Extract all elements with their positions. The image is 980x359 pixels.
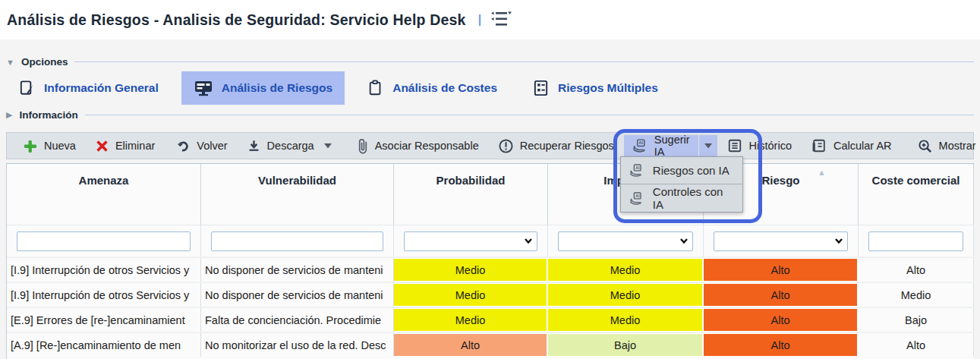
svg-text:AI: AI xyxy=(635,193,640,197)
cell-probabilidad[interactable]: Medio xyxy=(394,308,548,332)
grid-icon xyxy=(532,79,550,97)
tab-label: Riesgos Múltiples xyxy=(558,81,658,95)
nueva-button[interactable]: Nueva xyxy=(13,133,86,159)
menu-item-riesgos-con-ia[interactable]: AI Riesgos con IA xyxy=(621,157,742,184)
sugerir-ia-button[interactable]: AI Sugerir IA xyxy=(624,135,698,157)
undo-icon xyxy=(175,139,190,153)
tab-label: Análisis de Costes xyxy=(392,81,497,95)
ai-icon: AI xyxy=(629,163,644,178)
filter-riesgo-select[interactable] xyxy=(714,231,848,251)
cell-amenaza[interactable]: [E.9] Errores de [re-]encaminamient xyxy=(7,308,201,332)
filter-vulnerabilidad-input[interactable] xyxy=(211,231,383,251)
table-row[interactable]: [I.9] Interrupción de otros Servicios y … xyxy=(7,282,974,307)
page-title: Análisis de Riesgos - Analisis de Seguri… xyxy=(7,11,466,29)
cell-vulnerabilidad[interactable]: No monitorizar el uso de la red. Desc xyxy=(201,333,394,357)
column-header-amenaza[interactable]: Amenaza xyxy=(7,164,201,225)
cell-riesgo[interactable]: Alto xyxy=(704,258,859,282)
tab-analisis-de-costes[interactable]: Análisis de Costes xyxy=(355,71,509,105)
section-divider xyxy=(74,61,974,62)
table-header-row: Amenaza Vulnerabilidad Probabilidad Impa… xyxy=(7,164,974,225)
recuperar-riesgos-button[interactable]: Recuperar Riesgos xyxy=(489,133,624,159)
calculator-icon xyxy=(811,138,827,153)
risk-table: Amenaza Vulnerabilidad Probabilidad Impa… xyxy=(6,163,974,359)
title-separator: | xyxy=(478,13,481,27)
cell-vulnerabilidad[interactable]: Falta de concienciación. Procedimie xyxy=(201,308,394,332)
plus-icon xyxy=(23,139,37,153)
table-filter-row xyxy=(7,225,974,257)
tab-label: Información General xyxy=(44,81,159,95)
cell-amenaza[interactable]: [I.9] Interrupción de otros Servicios y xyxy=(7,258,201,282)
tab-label: Análisis de Riesgos xyxy=(222,81,332,95)
list-menu-icon[interactable] xyxy=(489,9,512,30)
column-header-probabilidad[interactable]: Probabilidad xyxy=(394,164,548,225)
clipboard-edit-icon xyxy=(18,79,36,97)
clipboard-icon xyxy=(367,79,384,97)
sort-ascending-icon: ▲ xyxy=(818,168,826,177)
cell-probabilidad[interactable]: Medio xyxy=(394,258,548,282)
cell-riesgo[interactable]: Alto xyxy=(704,333,859,357)
cell-vulnerabilidad[interactable]: No disponer de servicios de manteni xyxy=(201,258,394,282)
filter-probabilidad-select[interactable] xyxy=(404,231,537,251)
section-opciones-label: Opciones xyxy=(21,56,68,68)
sugerir-ia-menu: AI Riesgos con IA AI xyxy=(620,156,743,213)
filter-impacto-select[interactable] xyxy=(558,231,693,251)
column-header-vulnerabilidad[interactable]: Vulnerabilidad xyxy=(201,164,394,225)
eliminar-button[interactable]: Eliminar xyxy=(86,133,165,159)
cell-probabilidad[interactable]: Medio xyxy=(394,283,548,307)
cell-probabilidad[interactable]: Alto xyxy=(394,333,548,357)
section-informacion-label: Información xyxy=(19,109,77,121)
tab-riesgos-multiples[interactable]: Riesgos Múltiples xyxy=(520,71,670,105)
toolbar: Nueva Eliminar Volver Descarga xyxy=(6,132,974,159)
mostrar-button[interactable]: Mostrar xyxy=(908,133,980,159)
section-informacion[interactable]: ▶ Información xyxy=(6,109,974,121)
menu-item-controles-con-ia[interactable]: AI Controles con IA xyxy=(621,184,742,212)
exclamation-circle-icon xyxy=(499,139,513,153)
cell-vulnerabilidad[interactable]: No disponer de servicios de manteni xyxy=(201,283,394,307)
table-row[interactable]: [E.9] Errores de [re-]encaminamient Falt… xyxy=(7,307,974,332)
section-opciones[interactable]: ▼ Opciones xyxy=(6,56,974,68)
sugerir-ia-group: AI Sugerir IA AI xyxy=(624,133,717,159)
calcular-ar-button[interactable]: Calcular AR xyxy=(802,133,902,159)
descarga-button[interactable]: Descarga xyxy=(238,133,342,159)
tab-bar: Información General Análisis de Riesgos xyxy=(6,71,670,105)
collapse-down-icon: ▼ xyxy=(6,58,14,67)
section-divider xyxy=(85,115,974,115)
cell-coste-comercial[interactable]: Medio xyxy=(859,283,974,307)
volver-button[interactable]: Volver xyxy=(165,133,237,159)
tab-informacion-general[interactable]: Información General xyxy=(6,71,171,105)
zoom-in-icon xyxy=(918,139,932,153)
filter-amenaza-input[interactable] xyxy=(17,231,191,251)
cell-impacto[interactable]: Bajo xyxy=(548,333,704,357)
ai-icon: AI xyxy=(629,191,644,206)
historico-button[interactable]: Histórico xyxy=(717,133,802,159)
cell-impacto[interactable]: Medio xyxy=(548,258,704,282)
tab-analisis-de-riesgos[interactable]: Análisis de Riesgos xyxy=(181,71,345,105)
collapse-right-icon: ▶ xyxy=(6,110,12,120)
title-bar: Análisis de Riesgos - Analisis de Seguri… xyxy=(0,0,980,39)
monitor-icon xyxy=(194,79,213,97)
paperclip-icon xyxy=(358,138,368,154)
cell-amenaza[interactable]: [I.9] Interrupción de otros Servicios y xyxy=(7,283,201,307)
filter-coste-comercial-input[interactable] xyxy=(868,231,963,251)
cell-coste-comercial[interactable]: Alto xyxy=(859,333,974,357)
cell-impacto[interactable]: Medio xyxy=(548,308,704,332)
cell-amenaza[interactable]: [A.9] [Re-]encaminamiento de men xyxy=(7,333,201,357)
sugerir-ia-dropdown-toggle[interactable] xyxy=(699,135,717,157)
ai-icon: AI xyxy=(632,138,648,153)
table-row[interactable]: [A.9] [Re-]encaminamiento de men No moni… xyxy=(7,332,974,357)
cell-coste-comercial[interactable]: Alto xyxy=(859,258,974,282)
svg-text:AI: AI xyxy=(635,165,640,170)
document-lines-icon xyxy=(727,138,742,153)
download-icon xyxy=(247,139,260,153)
cell-riesgo[interactable]: Alto xyxy=(704,308,859,332)
cell-coste-comercial[interactable]: Bajo xyxy=(859,308,974,332)
x-icon xyxy=(96,140,109,153)
cell-riesgo[interactable]: Alto xyxy=(704,283,859,307)
asociar-responsable-button[interactable]: Asociar Responsable xyxy=(348,133,489,159)
svg-text:AI: AI xyxy=(638,140,643,145)
cell-impacto[interactable]: Medio xyxy=(548,283,704,307)
main-panel: ▼ Opciones Información General xyxy=(0,39,980,359)
chevron-down-icon xyxy=(324,143,332,149)
column-header-coste-comercial[interactable]: Coste comercial xyxy=(859,164,974,225)
table-row[interactable]: [I.9] Interrupción de otros Servicios y … xyxy=(7,257,974,282)
